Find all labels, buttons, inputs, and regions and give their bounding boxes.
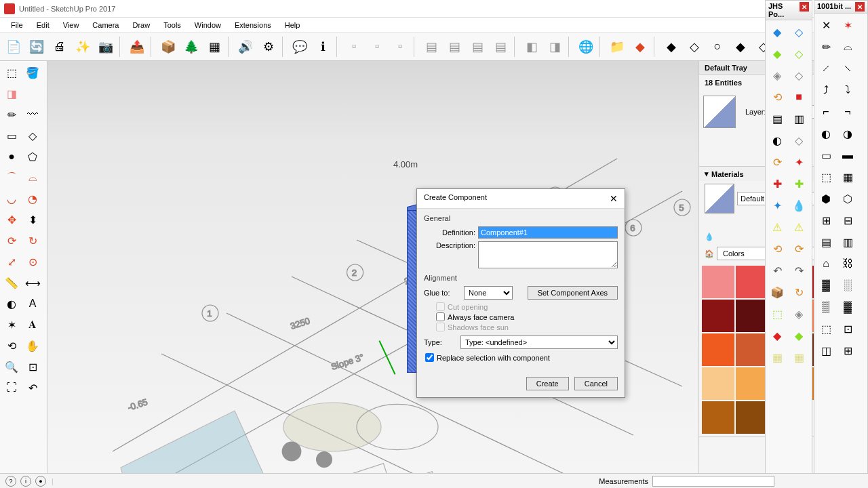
label-icon[interactable]: 💬 — [289, 36, 311, 58]
ext-icon[interactable]: ▓ — [816, 275, 836, 296]
offset-icon[interactable]: ⊙ — [22, 251, 43, 272]
shape4-icon[interactable]: ◆ — [730, 36, 751, 58]
swatch[interactable] — [736, 401, 768, 434]
collapse-icon[interactable]: ▾ — [705, 169, 709, 178]
pencil-icon[interactable]: ✏ — [1, 104, 22, 125]
rotated-rect-icon[interactable]: ◇ — [22, 125, 43, 146]
menu-help[interactable]: Help — [278, 20, 307, 30]
menu-window[interactable]: Window — [188, 20, 228, 30]
new-icon[interactable]: 📄 — [3, 36, 24, 58]
home-icon[interactable]: 🏠 — [705, 249, 714, 258]
ext-icon[interactable]: ▦ — [767, 347, 787, 367]
ext-icon[interactable]: ▦ — [837, 167, 858, 187]
doc3-icon[interactable]: ▫ — [389, 36, 411, 58]
ext-icon[interactable]: ⟲ — [767, 239, 787, 259]
type-select[interactable]: Type: <undefined> — [460, 336, 618, 349]
ext-icon[interactable]: ⚠ — [789, 217, 809, 237]
bit-close-icon[interactable]: ✕ — [855, 2, 865, 12]
scale-icon[interactable]: ⤢ — [1, 251, 22, 272]
pan-icon[interactable]: ✋ — [22, 336, 43, 356]
refresh-icon[interactable]: 🔄 — [26, 36, 47, 58]
replace-selection-checkbox[interactable] — [425, 353, 434, 362]
ext-icon[interactable]: ◆ — [789, 325, 809, 346]
swatch[interactable] — [702, 401, 734, 434]
grid-icon[interactable]: ▦ — [203, 36, 225, 58]
ext-icon[interactable]: ⌐ — [816, 102, 836, 122]
polygon-icon[interactable]: ⬠ — [22, 146, 43, 167]
ext-icon[interactable]: ✦ — [767, 195, 787, 216]
ext-icon[interactable]: ✶ — [837, 15, 858, 35]
info-icon[interactable]: ℹ — [312, 36, 334, 58]
ext-icon[interactable]: ⌂ — [816, 253, 836, 274]
view1-icon[interactable]: ◧ — [521, 36, 542, 58]
ext-icon[interactable]: ⟍ — [837, 58, 858, 79]
ext-icon[interactable]: ▭ — [816, 145, 836, 165]
ext-icon[interactable]: ◆ — [767, 22, 787, 42]
eraser-icon[interactable]: ◨ — [1, 83, 22, 104]
ext-icon[interactable]: 💧 — [789, 195, 809, 216]
ext-icon[interactable]: ◇ — [789, 65, 809, 85]
axes-icon[interactable]: ✶ — [1, 314, 22, 335]
ext-icon[interactable]: ⤵ — [837, 80, 858, 100]
create-button[interactable]: Create — [526, 377, 569, 390]
menu-edit[interactable]: Edit — [30, 20, 56, 30]
layers-icon[interactable]: ◆ — [629, 36, 651, 58]
ext-icon[interactable]: ⌓ — [837, 37, 858, 57]
doc2-icon[interactable]: ▫ — [366, 36, 388, 58]
ext-icon[interactable]: ⚠ — [767, 217, 787, 237]
swatch[interactable] — [702, 333, 734, 366]
ext-icon[interactable]: ⊞ — [816, 210, 836, 230]
camera-icon[interactable]: 📷 — [95, 36, 117, 58]
protractor-icon[interactable]: ◐ — [1, 293, 22, 314]
shape1-icon[interactable]: ◆ — [660, 36, 682, 58]
doc1-icon[interactable]: ▫ — [343, 36, 365, 58]
1001bit-toolbar[interactable]: 1001bit ... ✕ ✕ ✶ ✏ ⌓ ⟋ ⟍ ⤴ ⤵ ⌐ ¬ ◐ ◑ ▭ … — [814, 0, 868, 488]
print-icon[interactable]: 🖨 — [49, 36, 71, 58]
dialog-close-icon[interactable]: ✕ — [610, 193, 618, 204]
ext-icon[interactable]: ▒ — [816, 297, 836, 317]
ext-icon[interactable]: ⤴ — [816, 80, 836, 100]
shape2-icon[interactable]: ◇ — [684, 36, 705, 58]
zoom-window-icon[interactable]: ⊡ — [22, 357, 43, 377]
rectangle-icon[interactable]: ▭ — [1, 125, 22, 146]
menu-extensions[interactable]: Extensions — [228, 20, 278, 30]
ext-icon[interactable]: ⬡ — [837, 188, 858, 209]
ext-icon[interactable]: ▤ — [816, 232, 836, 252]
glue-to-select[interactable]: None — [464, 286, 513, 300]
ext-icon[interactable]: ◫ — [816, 340, 836, 361]
ext-icon[interactable]: ⊡ — [837, 319, 858, 339]
swatch[interactable] — [736, 367, 768, 400]
pie-icon[interactable]: ◔ — [22, 188, 43, 209]
status-icon-1[interactable]: ? — [5, 476, 16, 487]
ext-icon[interactable]: ▤ — [767, 108, 787, 129]
ext-icon[interactable]: ◆ — [767, 43, 787, 64]
jhs-close-icon[interactable]: ✕ — [800, 2, 809, 12]
status-icon-2[interactable]: i — [20, 476, 31, 487]
ext-icon[interactable]: ⬢ — [816, 188, 836, 209]
ext-icon[interactable]: ◈ — [767, 65, 787, 85]
ext-icon[interactable]: ↷ — [789, 260, 809, 281]
orbit-icon[interactable]: ⟲ — [1, 336, 22, 356]
arc2-icon[interactable]: ⌓ — [22, 167, 43, 188]
definition-input[interactable] — [478, 226, 618, 239]
chart1-icon[interactable]: ▤ — [420, 36, 442, 58]
cancel-button[interactable]: Cancel — [574, 377, 618, 390]
select-icon[interactable]: ⬚ — [1, 62, 22, 83]
dialog-title-bar[interactable]: Create Component ✕ — [417, 189, 625, 209]
paint-icon[interactable]: 🪣 — [22, 62, 43, 83]
ext-icon[interactable]: ⬚ — [816, 167, 836, 187]
set-axes-button[interactable]: Set Component Axes — [528, 286, 618, 300]
ext-icon[interactable]: ▦ — [789, 347, 809, 367]
swatch[interactable] — [736, 266, 768, 298]
followme-icon[interactable]: ↻ — [22, 230, 43, 251]
ext-icon[interactable]: ¬ — [837, 102, 858, 122]
ext-icon[interactable]: ⬚ — [816, 319, 836, 339]
ext-icon[interactable]: ▥ — [789, 108, 809, 129]
zoom-icon[interactable]: 🔍 — [1, 357, 22, 377]
face-camera-checkbox[interactable] — [436, 312, 445, 321]
ext-icon[interactable]: ◇ — [789, 130, 809, 150]
arc3-icon[interactable]: ◡ — [1, 188, 22, 209]
sound-icon[interactable]: 🔊 — [235, 36, 256, 58]
chart3-icon[interactable]: ▤ — [467, 36, 488, 58]
ext-icon[interactable]: ◆ — [767, 325, 787, 346]
